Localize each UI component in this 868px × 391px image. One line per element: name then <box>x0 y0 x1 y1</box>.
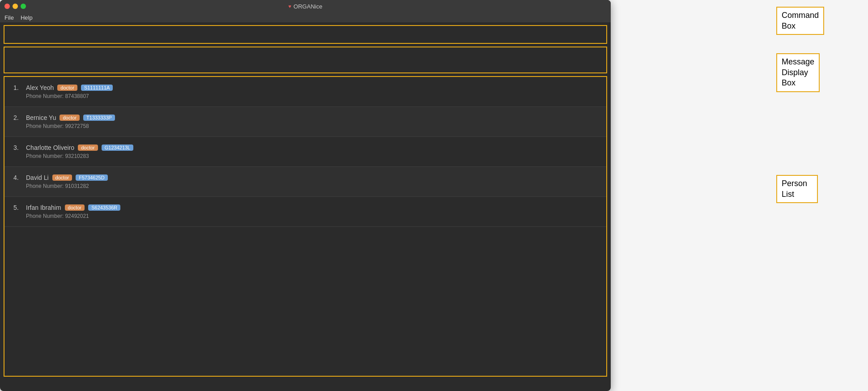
person-phone: Phone Number: 93210283 <box>26 153 597 159</box>
person-phone: Phone Number: 92492021 <box>26 213 597 219</box>
minimize-button[interactable] <box>13 4 18 9</box>
person-header: 5.Irfan IbrahimdoctorS6243536R <box>13 204 597 211</box>
person-name: Alex Yeoh <box>26 84 54 91</box>
person-name: Bernice Yu <box>26 114 56 121</box>
list-item[interactable]: 4.David LidoctorF5734625DPhone Number: 9… <box>4 167 606 197</box>
title-text: ♥ ORGANice <box>289 3 323 10</box>
command-box <box>4 25 607 44</box>
traffic-lights <box>4 4 26 9</box>
person-list-annotation: ▶ Person List <box>776 186 818 192</box>
message-display-annotation: ▶ Message Display Box <box>776 69 818 76</box>
id-tag: G1234213L <box>102 144 134 151</box>
person-list-label: Person List <box>776 175 818 203</box>
menu-help[interactable]: Help <box>21 14 33 21</box>
message-display-label: Message Display Box <box>776 53 820 92</box>
person-header: 4.David LidoctorF5734625D <box>13 174 597 181</box>
person-name: David Li <box>26 174 49 181</box>
list-item[interactable]: 3.Charlotte OliveirodoctorG1234213LPhone… <box>4 137 606 167</box>
person-phone: Phone Number: 99272758 <box>26 123 597 129</box>
person-name: Irfan Ibrahim <box>26 204 61 211</box>
person-header: 2.Bernice YudoctorT1333333P <box>13 114 597 121</box>
doctor-tag: doctor <box>65 204 85 211</box>
app-window: ♥ ORGANice File Help 1.Alex YeohdoctorS1… <box>0 0 611 391</box>
app-title: ORGANice <box>294 3 322 10</box>
person-number: 2. <box>13 114 22 121</box>
id-tag: F5734625D <box>76 174 108 181</box>
title-bar: ♥ ORGANice <box>0 0 611 13</box>
menu-bar: File Help <box>0 13 611 22</box>
close-button[interactable] <box>4 4 10 9</box>
command-box-annotation: ▶ Command Box <box>776 17 818 24</box>
list-item[interactable]: 5.Irfan IbrahimdoctorS6243536RPhone Numb… <box>4 197 606 227</box>
person-header: 3.Charlotte OliveirodoctorG1234213L <box>13 144 597 151</box>
menu-file[interactable]: File <box>4 14 14 21</box>
list-item[interactable]: 2.Bernice YudoctorT1333333PPhone Number:… <box>4 107 606 137</box>
person-name: Charlotte Oliveiro <box>26 144 74 151</box>
person-phone: Phone Number: 87438807 <box>26 93 597 99</box>
doctor-tag: doctor <box>60 115 80 121</box>
person-number: 1. <box>13 84 22 91</box>
doctor-tag: doctor <box>57 85 77 91</box>
person-phone: Phone Number: 91031282 <box>26 183 597 189</box>
doctor-tag: doctor <box>78 144 98 151</box>
list-item[interactable]: 1.Alex YeohdoctorS1111111APhone Number: … <box>4 77 606 107</box>
command-input[interactable] <box>8 31 603 38</box>
person-list[interactable]: 1.Alex YeohdoctorS1111111APhone Number: … <box>4 76 607 377</box>
person-number: 5. <box>13 204 22 211</box>
message-display-box <box>4 47 607 73</box>
doctor-tag: doctor <box>52 174 72 181</box>
person-header: 1.Alex YeohdoctorS1111111A <box>13 84 597 91</box>
person-number: 4. <box>13 174 22 181</box>
command-box-label: Command Box <box>776 7 824 35</box>
id-tag: S6243536R <box>88 204 120 211</box>
person-number: 3. <box>13 144 22 151</box>
id-tag: T1333333P <box>83 115 115 121</box>
maximize-button[interactable] <box>21 4 26 9</box>
id-tag: S1111111A <box>81 85 113 91</box>
heart-icon: ♥ <box>289 4 292 9</box>
